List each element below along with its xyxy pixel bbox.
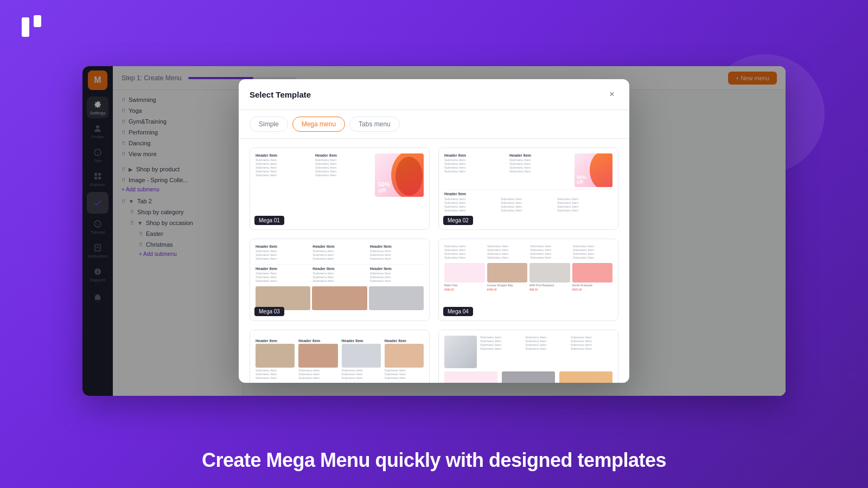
template-mega05[interactable]: Header Item Submenu Item Submenu Item Su… — [250, 330, 430, 383]
mega03-label: Mega 03 — [254, 307, 284, 316]
app-panel: M Settings Profile ! Tips Explore — [82, 66, 786, 396]
modal-title: Select Template — [250, 90, 311, 99]
mega03-img2 — [312, 286, 367, 310]
mega04-product-1: Ballet Flats ¥398.00 — [444, 263, 485, 291]
mega06-banner-img — [444, 336, 477, 368]
mega04-product-4: Denim Rucksack ¥320.00 — [572, 263, 613, 291]
mega02-banner: 50%off — [575, 153, 612, 187]
mega06-product-1: Beach Bag ¥298.00 — [444, 371, 497, 383]
tab-mega-menu[interactable]: Mega menu — [292, 117, 345, 132]
modal-close-button[interactable]: × — [605, 88, 618, 101]
modal-header: Select Template × — [239, 79, 629, 110]
modal-overlay[interactable]: Select Template × Simple Mega menu Tabs … — [82, 66, 786, 396]
mega04-label: Mega 04 — [443, 307, 473, 316]
bottom-tagline: Create Mega Menu quickly with designed t… — [0, 449, 868, 472]
mega04-product-2: Canvas Shopper Bag ¥498.00 — [487, 263, 528, 291]
template-mega06[interactable]: Submenu Item Submenu Item Submenu Item S… — [438, 330, 618, 383]
mega06-product-2: Denim Shopper ¥178.00 — [502, 371, 555, 383]
mega03-img3 — [369, 286, 424, 310]
mega01-label: Mega 01 — [254, 216, 284, 225]
mega01-banner: 50%off — [375, 153, 424, 197]
template-mega04[interactable]: Submenu Item Submenu Item Submenu Item S… — [438, 239, 618, 321]
template-mega06-preview: Submenu Item Submenu Item Submenu Item S… — [439, 330, 618, 383]
template-mega05-preview: Header Item Submenu Item Submenu Item Su… — [250, 330, 429, 383]
app-logo — [17, 13, 46, 41]
template-mega01[interactable]: Header Item Submenu Item Submenu Item Su… — [250, 147, 430, 230]
template-mega03[interactable]: Header Item Submenu Item Submenu Item Su… — [250, 239, 430, 321]
tab-tabs-menu[interactable]: Tabs menu — [349, 117, 400, 132]
modal-tabs: Simple Mega menu Tabs menu — [239, 110, 629, 139]
tab-simple[interactable]: Simple — [250, 117, 288, 132]
mega06-product-3: Millie Bumbag ¥135.00 — [559, 371, 612, 383]
mega02-label: Mega 02 — [443, 216, 473, 225]
select-template-modal: Select Template × Simple Mega menu Tabs … — [239, 79, 629, 383]
mega04-product-3: MINI Print Backpack ¥98.00 — [529, 263, 570, 291]
logo-icon — [22, 15, 41, 39]
templates-grid: Header Item Submenu Item Submenu Item Su… — [250, 147, 618, 383]
template-mega02[interactable]: Header Item Submenu Item Submenu Item Su… — [438, 147, 618, 230]
modal-body: Header Item Submenu Item Submenu Item Su… — [239, 139, 629, 383]
